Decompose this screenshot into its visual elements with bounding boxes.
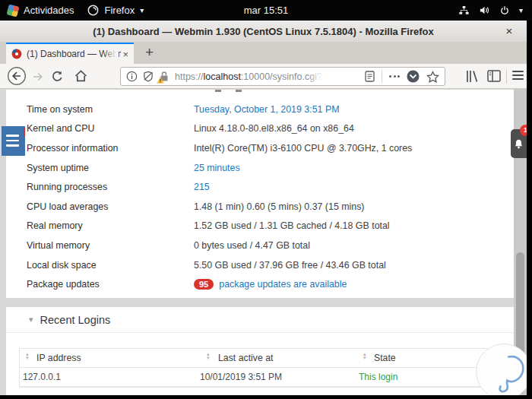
reload-button[interactable] <box>51 70 64 83</box>
system-tray[interactable]: ▾ <box>458 5 523 16</box>
window-titlebar[interactable]: (1) Dashboard — Webmin 1.930 (CentOS Lin… <box>0 21 527 43</box>
recent-logins-title: Recent Logins <box>40 314 111 326</box>
url-host: localhost <box>204 71 241 82</box>
processes-link[interactable]: 215 <box>194 182 210 192</box>
chevron-down-icon: ▾ <box>140 7 144 14</box>
info-row-processor: Processor information Intel(R) Core(TM) … <box>6 138 514 158</box>
package-updates-link[interactable]: package updates are available <box>219 279 347 290</box>
menu-hamburger-icon[interactable] <box>512 71 524 82</box>
power-icon <box>499 5 510 16</box>
chevron-down-icon: ▾ <box>519 7 523 14</box>
firefox-icon <box>87 5 99 16</box>
bell-count-badge: 1 <box>520 125 527 136</box>
login-last-active: 10/01/2019 3:51 PM <box>200 372 282 382</box>
window-close-button[interactable]: × <box>502 24 517 39</box>
urlbar-separator <box>382 70 382 83</box>
url-bar[interactable]: https://localhost:10000/sysinfo.cgi?x <box>120 67 445 86</box>
content-blocking-shield-icon[interactable] <box>142 71 154 82</box>
sort-icon: ▴▾ <box>207 353 210 359</box>
info-row-virtual-memory: Virtual memory 0 bytes used / 4.47 GB to… <box>6 236 514 255</box>
solvetic-watermark <box>476 344 527 395</box>
notification-sliver <box>24 128 25 137</box>
reader-mode-icon[interactable] <box>365 71 375 82</box>
firefox-menu-label: Firefox <box>104 5 135 16</box>
collapse-triangle-icon[interactable]: ▾ <box>29 315 33 325</box>
url-text[interactable]: https://localhost:10000/sysinfo.cgi?x <box>175 71 327 82</box>
info-row-kernel: Kernel and CPU Linux 4.18.0-80.el8.x86_6… <box>6 119 514 139</box>
activities-label: Actividades <box>24 5 74 16</box>
sidebar-toggle-icon[interactable] <box>487 70 501 82</box>
system-info-rows: Time on system Tuesday, October 1, 2019 … <box>6 100 514 294</box>
column-last-active[interactable]: Last active at <box>218 353 273 363</box>
webmin-favicon <box>11 49 22 59</box>
system-info-panel: Time on system Tuesday, October 1, 2019 … <box>6 90 514 298</box>
info-row-packages: Package updates 95package updates are av… <box>6 274 514 294</box>
url-path: :10000/sysinfo.cgi?x <box>241 71 327 82</box>
tab-label-fade <box>103 46 119 64</box>
library-icon[interactable] <box>465 69 480 84</box>
url-scheme: https:// <box>175 71 204 82</box>
info-row-disk: Local disk space 5.50 GB used / 37.96 GB… <box>6 255 514 275</box>
logins-table-header: ▴▾ IP address ▴▾ Last active at ▴▾ State <box>20 349 510 368</box>
recent-logins-header[interactable]: ▾ Recent Logins <box>6 307 514 333</box>
pocket-icon[interactable] <box>407 70 420 83</box>
bookmark-star-icon[interactable] <box>426 71 439 83</box>
tab-strip: (1) Dashboard — Webmin × + <box>0 42 527 64</box>
activities-icon <box>6 4 19 17</box>
time-link[interactable]: Tuesday, October 1, 2019 3:51 PM <box>194 104 339 115</box>
page-actions-icon[interactable] <box>389 75 400 78</box>
new-tab-button[interactable]: + <box>145 43 154 62</box>
info-row-uptime: System uptime 25 minutes <box>6 158 514 178</box>
tab-close-icon[interactable]: × <box>121 49 130 60</box>
sort-icon: ▴▾ <box>363 353 366 359</box>
tab-dashboard[interactable]: (1) Dashboard — Webmin × <box>6 43 134 64</box>
login-ip: 127.0.0.1 <box>23 372 61 382</box>
info-row-time-on-system: Time on system Tuesday, October 1, 2019 … <box>6 100 514 119</box>
home-button[interactable] <box>74 69 88 83</box>
navigation-toolbar: https://localhost:10000/sysinfo.cgi?x <box>0 64 527 89</box>
package-count-badge: 95 <box>194 279 214 290</box>
desktop-top-bar: Actividades Firefox ▾ mar 15:51 ▾ <box>0 0 532 21</box>
forward-button[interactable] <box>32 71 44 83</box>
recent-logins-table: ▴▾ IP address ▴▾ Last active at ▴▾ State… <box>19 348 511 388</box>
back-button[interactable] <box>7 66 27 86</box>
login-table-row: 127.0.0.1 10/01/2019 3:51 PM This login <box>20 368 510 387</box>
info-row-real-memory: Real memory 1.52 GB used / 1.31 GB cache… <box>6 217 514 236</box>
firefox-appmenu[interactable]: Firefox ▾ <box>87 5 144 16</box>
login-state: This login <box>359 372 397 382</box>
column-ip-address[interactable]: IP address <box>36 353 81 363</box>
notifications-bell-tab[interactable]: 1 <box>511 129 527 158</box>
page-info-icon[interactable] <box>126 71 138 82</box>
speech-bubble-icon <box>480 348 527 395</box>
warning-triangle-icon <box>157 77 164 84</box>
window-title: (1) Dashboard — Webmin 1.930 (CentOS Lin… <box>93 26 433 37</box>
browser-viewport: Time on system Tuesday, October 1, 2019 … <box>0 89 527 395</box>
sort-icon: ▴▾ <box>26 353 29 359</box>
firefox-window: (1) Dashboard — Webmin 1.930 (CentOS Lin… <box>0 21 527 395</box>
recent-logins-panel: ▾ Recent Logins ▴▾ IP address ▴▾ Last ac… <box>6 307 514 395</box>
info-row-load: CPU load averages 1.48 (1 min) 0.60 (5 m… <box>6 197 514 217</box>
bell-icon <box>513 138 524 150</box>
column-state[interactable]: State <box>374 353 396 363</box>
network-icon <box>458 5 470 16</box>
volume-icon <box>479 5 490 16</box>
uptime-link[interactable]: 25 minutes <box>194 163 240 173</box>
insecure-lock-icon <box>159 71 169 82</box>
toolbar-separator <box>506 69 507 84</box>
sidebar-hamburger-button[interactable] <box>2 126 25 156</box>
info-row-processes: Running processes 215 <box>6 177 514 197</box>
activities-button[interactable]: Actividades <box>8 5 74 16</box>
